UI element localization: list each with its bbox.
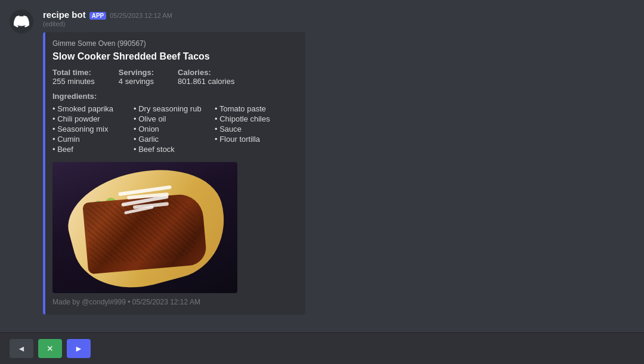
avatar: [10, 10, 33, 33]
back-button[interactable]: ◄: [10, 339, 33, 358]
ingredient-item: • Seasoning mix: [52, 125, 134, 133]
timestamp: 05/25/2023 12:12 AM: [110, 12, 172, 19]
ingredient-item: • Flour tortilla: [215, 135, 296, 144]
servings-value: 4 servings: [119, 77, 154, 86]
ingredient-item: • Smoked paprika: [52, 104, 134, 113]
close-button[interactable]: ✕: [38, 339, 62, 358]
total-time-value: 255 minutes: [52, 77, 95, 86]
ingredient-item: • Olive oil: [134, 114, 215, 123]
app-badge: APP: [89, 12, 107, 20]
calories-value: 801.861 calories: [178, 77, 234, 86]
ingredient-item: • Chili powder: [52, 114, 134, 123]
ingredient-item: • Tomato paste: [215, 104, 296, 113]
servings-label: Servings:: [119, 68, 154, 77]
embed-footer: Made by @condyl#999 • 05/25/2023 12:12 A…: [52, 298, 296, 306]
ingredient-item: • Chipotle chiles: [215, 114, 296, 123]
forward-button[interactable]: ►: [67, 339, 91, 358]
calories-label: Calories:: [178, 68, 234, 77]
ingredient-item: • Sauce: [215, 125, 296, 133]
embed-card: Gimme Some Oven (990567) Slow Cooker Shr…: [43, 32, 305, 315]
ingredient-item: • Dry seasoning rub: [134, 104, 215, 113]
ingredient-item: • Beef: [52, 145, 134, 154]
ingredient-item: • Cumin: [52, 135, 134, 144]
ingredients-heading: Ingredients:: [52, 92, 296, 101]
edited-label: (edited): [43, 20, 634, 27]
ingredient-item: • Beef stock: [134, 145, 215, 154]
food-image: [52, 162, 237, 293]
embed-source: Gimme Some Oven (990567): [52, 39, 296, 48]
ingredient-item: • Garlic: [134, 135, 215, 144]
total-time-label: Total time:: [52, 68, 95, 77]
embed-title: Slow Cooker Shredded Beef Tacos: [52, 51, 296, 62]
ingredient-item: • Onion: [134, 125, 215, 133]
username: recipe bot: [43, 10, 86, 20]
